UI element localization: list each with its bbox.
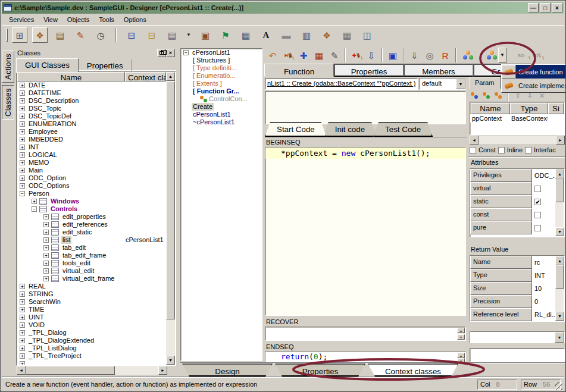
column-header-name[interactable]: Name xyxy=(17,72,125,81)
property-row[interactable]: virtual xyxy=(470,182,564,195)
expand-icon[interactable]: + xyxy=(20,145,25,150)
param-col-type[interactable]: Type xyxy=(510,103,548,114)
property-row[interactable]: pure xyxy=(470,221,564,234)
tree-item[interactable]: +edit_references xyxy=(17,221,166,228)
tree-item[interactable]: + xyxy=(17,360,166,365)
expand-icon[interactable]: + xyxy=(20,129,25,134)
expand-icon[interactable]: + xyxy=(43,237,49,243)
tab-properties-left[interactable]: Properties xyxy=(79,59,132,72)
tree-item[interactable]: +DATETIME xyxy=(17,89,166,97)
expand-icon[interactable]: + xyxy=(20,284,25,289)
tree-item[interactable]: +TIME xyxy=(17,306,166,313)
tree-item[interactable]: +DSC_Topic xyxy=(17,105,166,112)
menu-options[interactable]: Options xyxy=(119,15,151,24)
expand-icon[interactable]: + xyxy=(43,230,49,235)
insert-parameter-icon[interactable] xyxy=(481,92,492,101)
tree-item[interactable]: +listcPersonList1 xyxy=(17,236,166,244)
tree-item[interactable]: −Controls xyxy=(17,205,166,213)
list-window-icon[interactable]: ▥ xyxy=(299,27,314,43)
tree-item[interactable]: +_TPL_TreeProject xyxy=(17,352,166,360)
drive-blue-icon[interactable]: ⊟ xyxy=(124,27,139,43)
class-tree-hscrollbar[interactable]: ◄ ► xyxy=(17,366,167,375)
flags-icon[interactable]: ⚑ xyxy=(218,27,233,43)
tree-item[interactable]: +ODC_Options xyxy=(17,182,166,190)
brush-icon[interactable]: ❖ xyxy=(319,27,334,43)
empty-combo[interactable]: ▼ xyxy=(470,331,565,343)
parameter-row[interactable]: ppContext BaseContext xyxy=(470,114,564,123)
member-tree-item[interactable]: Create xyxy=(181,103,262,111)
scroll-down-icon[interactable]: ▾ xyxy=(457,334,465,340)
create-function-icon[interactable] xyxy=(483,48,498,63)
expand-icon[interactable]: + xyxy=(20,330,25,335)
address-book-icon[interactable]: ▤ xyxy=(52,27,68,43)
parameter-hscrollbar[interactable]: ◄ ► xyxy=(470,136,565,144)
expand-icon[interactable]: + xyxy=(20,291,25,297)
tree-item[interactable]: +MEMO xyxy=(17,159,166,167)
expand-icon[interactable]: + xyxy=(20,168,25,173)
expand-icon[interactable]: + xyxy=(20,338,25,343)
table-vscrollbar[interactable]: ▲▼ xyxy=(555,256,564,321)
expand-icon[interactable]: + xyxy=(20,121,25,127)
server-icon[interactable]: ▦ xyxy=(339,27,355,43)
function-description-area[interactable] xyxy=(265,91,466,124)
add-implementation-icon[interactable]: ✚ xyxy=(348,48,364,63)
minimize-button[interactable]: — xyxy=(528,3,539,12)
drive-yellow-icon[interactable]: ⊟ xyxy=(144,27,160,43)
vscroll-thumb[interactable] xyxy=(555,265,564,289)
scroll-down-icon[interactable]: ▼ xyxy=(555,312,564,321)
tab-test-code[interactable]: Test Code xyxy=(373,122,433,137)
tree-item[interactable]: +edit_static xyxy=(17,228,166,236)
clock-icon[interactable]: ◷ xyxy=(93,27,108,43)
collapse-icon[interactable]: − xyxy=(32,206,37,212)
expand-icon[interactable]: + xyxy=(20,322,25,328)
property-row[interactable]: static✔ xyxy=(470,195,564,208)
tree-item[interactable]: +_TPL_DialogExtended xyxy=(17,337,166,344)
tab-properties[interactable]: Properties xyxy=(334,64,404,77)
add-stack-icon[interactable]: ✚ xyxy=(296,48,311,63)
vscroll-thumb[interactable] xyxy=(555,178,564,202)
checkbox-const[interactable] xyxy=(534,212,541,218)
tree-item[interactable]: +tab_edit_frame xyxy=(17,252,166,259)
menu-item-create-function[interactable]: Create function xyxy=(502,65,566,79)
column-header-context-class[interactable]: Context class xyxy=(125,72,166,81)
eraser-icon[interactable]: ❖ xyxy=(32,27,48,43)
recover-scrollbar[interactable]: ▴ ▾ xyxy=(457,328,465,340)
menu-item-create-implementation[interactable]: Create implementation xyxy=(502,79,566,92)
tree-item[interactable]: +VOID xyxy=(17,321,166,329)
menu-view[interactable]: View xyxy=(39,15,62,24)
scroll-up-icon[interactable]: ▲ xyxy=(555,256,564,265)
checkbox-inline[interactable] xyxy=(498,147,505,153)
form-chooser-icon[interactable]: ▤ xyxy=(164,27,180,43)
font-icon[interactable]: A xyxy=(258,27,274,43)
tree-item[interactable]: +Main xyxy=(17,167,166,174)
checkbox-virtual[interactable] xyxy=(534,186,541,192)
tree-item[interactable]: +edit_properties xyxy=(17,213,166,221)
tree-item[interactable]: +_TPL_ListDialog xyxy=(17,344,166,352)
close-button[interactable]: × xyxy=(552,3,562,12)
scroll-left-icon[interactable]: ◄ xyxy=(470,136,479,145)
tree-item[interactable]: +_TPL_Dialog xyxy=(17,329,166,337)
combo-dropdown-icon[interactable]: ▼ xyxy=(555,332,564,343)
expand-icon[interactable]: + xyxy=(32,199,37,204)
scroll-left-icon[interactable]: ◄ xyxy=(17,366,26,375)
rename-icon[interactable]: R xyxy=(437,48,453,63)
tree-item[interactable]: +INT xyxy=(17,143,166,151)
recover-editor[interactable]: ▴ ▾ xyxy=(265,327,466,341)
expand-icon[interactable]: + xyxy=(20,152,25,158)
save-icon[interactable]: ▣ xyxy=(385,48,401,63)
bottom-tab-context-classes[interactable]: Context classes xyxy=(368,363,458,377)
member-tree-item[interactable]: [ Type definiti... xyxy=(181,64,262,72)
form-chooser-arrow-icon[interactable]: ▼ xyxy=(185,27,193,43)
image-icon[interactable]: ▣ xyxy=(198,27,213,43)
property-row[interactable]: TypeINT xyxy=(470,269,564,282)
property-row[interactable]: Const xyxy=(470,321,564,322)
expand-icon[interactable]: + xyxy=(20,183,25,189)
undo-icon[interactable]: ↶ xyxy=(265,48,280,63)
menu-services[interactable]: Services xyxy=(4,15,39,24)
import-document-icon[interactable]: ⇓ xyxy=(406,48,422,63)
tree-item[interactable]: +UINT xyxy=(17,313,166,321)
ci-implementation-icon[interactable]: CI xyxy=(529,48,545,63)
menu-tools[interactable]: Tools xyxy=(94,15,119,24)
create-function-arrow-icon[interactable]: ▼ xyxy=(498,48,506,63)
expand-icon[interactable]: + xyxy=(20,307,25,312)
